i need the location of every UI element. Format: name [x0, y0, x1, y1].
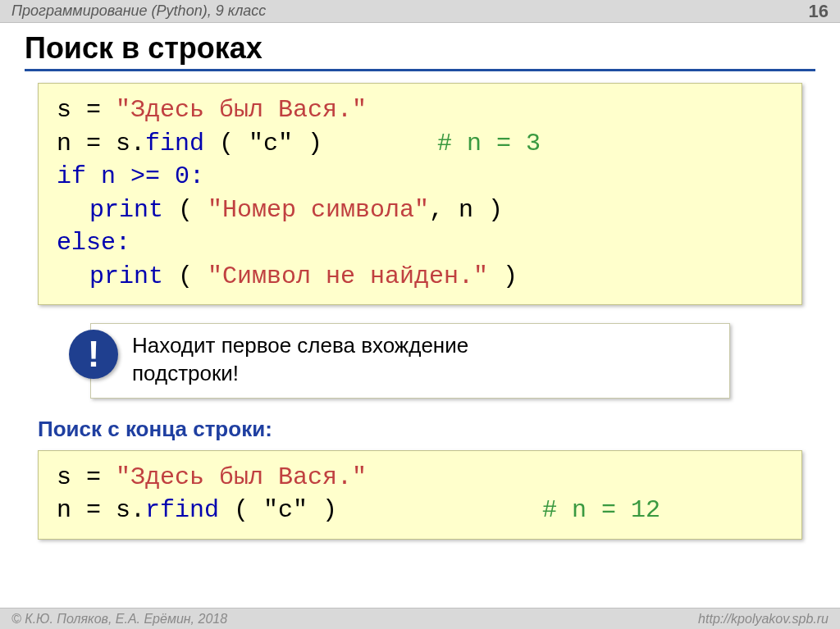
slide-title: Поиск в строках — [25, 31, 815, 71]
code-text: , n ) — [429, 196, 503, 224]
code-text: n = s. — [57, 496, 145, 524]
code-function: find — [145, 130, 204, 157]
code-line: s = "Здесь был Вася." — [57, 93, 783, 127]
code-text: s = — [57, 463, 116, 491]
info-note: ! Находит первое слева вхождение подстро… — [90, 323, 730, 399]
slide-content: s = "Здесь был Вася." n = s.find ( "с" )… — [0, 78, 840, 608]
course-title: Программирование (Python), 9 класс — [11, 2, 266, 20]
code-text: n = s. — [57, 130, 145, 157]
code-keyword: print — [89, 196, 163, 224]
code-keyword: else: — [57, 229, 130, 257]
code-line: print ( "Символ не найден." ) — [57, 260, 783, 294]
code-comment: # n = 3 — [437, 130, 541, 157]
footer-bar: © К.Ю. Поляков, Е.А. Ерёмин, 2018 http:/… — [0, 608, 840, 629]
exclamation-icon: ! — [69, 330, 118, 379]
code-text: ( "с" ) — [204, 130, 322, 157]
page-number: 16 — [809, 1, 829, 22]
code-block-find: s = "Здесь был Вася." n = s.find ( "с" )… — [38, 83, 802, 305]
code-line: print ( "Номер символа", n ) — [57, 194, 783, 227]
info-note-text: подстроки! — [132, 360, 714, 388]
code-string: "Символ не найден." — [208, 262, 488, 290]
code-keyword: if n >= 0: — [57, 162, 204, 190]
code-text: ( — [163, 196, 208, 224]
subheading: Поиск с конца строки: — [38, 417, 802, 442]
code-string: "Здесь был Вася." — [116, 463, 367, 491]
info-note-text: Находит первое слева вхождение — [132, 332, 714, 360]
code-line: n = s.rfind ( "с" )# n = 12 — [57, 494, 783, 527]
code-keyword: print — [89, 262, 163, 290]
code-text: s = — [57, 96, 116, 124]
code-line: else: — [57, 226, 783, 260]
code-text: ) — [488, 262, 518, 290]
code-string: "Здесь был Вася." — [116, 96, 367, 124]
top-header-bar: Программирование (Python), 9 класс 16 — [0, 0, 840, 23]
code-block-rfind: s = "Здесь был Вася." n = s.rfind ( "с" … — [38, 450, 802, 540]
code-comment: # n = 12 — [542, 496, 660, 524]
code-line: if n >= 0: — [57, 160, 783, 194]
footer-url: http://kpolyakov.spb.ru — [698, 612, 829, 627]
footer-copyright: © К.Ю. Поляков, Е.А. Ерёмин, 2018 — [11, 612, 227, 627]
code-text: ( — [163, 262, 208, 290]
slide-page: Программирование (Python), 9 класс 16 По… — [0, 0, 840, 629]
code-line: s = "Здесь был Вася." — [57, 461, 783, 495]
code-string: "Номер символа" — [208, 196, 429, 224]
code-function: rfind — [145, 496, 219, 524]
code-line: n = s.find ( "с" )# n = 3 — [57, 127, 783, 161]
code-text: ( "с" ) — [219, 496, 337, 524]
info-note-box: Находит первое слева вхождение подстроки… — [90, 323, 730, 399]
